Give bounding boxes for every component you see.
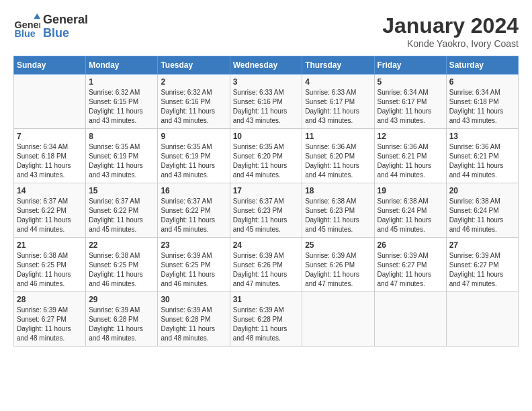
header-cell-thursday: Thursday	[302, 56, 374, 75]
calendar-cell: 11Sunrise: 6:36 AMSunset: 6:20 PMDayligh…	[302, 129, 374, 183]
day-info: Sunrise: 6:37 AMSunset: 6:22 PMDaylight:…	[89, 197, 154, 234]
svg-marker-2	[34, 13, 40, 19]
month-title: January 2024	[382, 13, 519, 38]
day-number: 11	[305, 132, 371, 141]
calendar-body: 1Sunrise: 6:32 AMSunset: 6:15 PMDaylight…	[14, 75, 519, 347]
day-info: Sunrise: 6:39 AMSunset: 6:28 PMDaylight:…	[233, 306, 300, 343]
day-info: Sunrise: 6:39 AMSunset: 6:28 PMDaylight:…	[161, 306, 226, 343]
day-number: 26	[378, 240, 443, 250]
day-number: 6	[449, 77, 515, 87]
calendar-cell: 10Sunrise: 6:35 AMSunset: 6:20 PMDayligh…	[230, 129, 302, 183]
day-info: Sunrise: 6:38 AMSunset: 6:23 PMDaylight:…	[305, 197, 371, 234]
day-number: 27	[449, 240, 515, 250]
day-number: 9	[161, 132, 226, 141]
day-info: Sunrise: 6:33 AMSunset: 6:16 PMDaylight:…	[233, 88, 300, 126]
day-number: 12	[378, 132, 443, 141]
day-info: Sunrise: 6:39 AMSunset: 6:27 PMDaylight:…	[449, 251, 515, 289]
day-number: 15	[89, 186, 154, 195]
calendar-cell: 17Sunrise: 6:37 AMSunset: 6:23 PMDayligh…	[230, 183, 302, 238]
calendar-cell: 18Sunrise: 6:38 AMSunset: 6:23 PMDayligh…	[302, 183, 374, 238]
day-info: Sunrise: 6:38 AMSunset: 6:24 PMDaylight:…	[378, 197, 443, 234]
svg-text:Blue: Blue	[15, 28, 36, 39]
calendar-cell: 23Sunrise: 6:39 AMSunset: 6:25 PMDayligh…	[158, 238, 230, 292]
calendar-cell: 6Sunrise: 6:34 AMSunset: 6:18 PMDaylight…	[446, 75, 518, 129]
header-cell-monday: Monday	[86, 56, 158, 75]
day-info: Sunrise: 6:34 AMSunset: 6:17 PMDaylight:…	[378, 88, 443, 126]
day-number: 14	[17, 186, 83, 195]
day-info: Sunrise: 6:36 AMSunset: 6:21 PMDaylight:…	[378, 142, 443, 180]
day-number: 17	[233, 186, 300, 195]
calendar-cell: 29Sunrise: 6:39 AMSunset: 6:28 PMDayligh…	[86, 292, 158, 347]
calendar-week-5: 28Sunrise: 6:39 AMSunset: 6:27 PMDayligh…	[14, 292, 519, 347]
calendar-cell: 27Sunrise: 6:39 AMSunset: 6:27 PMDayligh…	[446, 238, 518, 292]
day-number: 2	[161, 77, 226, 87]
calendar-cell: 8Sunrise: 6:35 AMSunset: 6:19 PMDaylight…	[86, 129, 158, 183]
day-info: Sunrise: 6:35 AMSunset: 6:19 PMDaylight:…	[161, 142, 226, 180]
calendar-cell: 20Sunrise: 6:38 AMSunset: 6:24 PMDayligh…	[446, 183, 518, 238]
day-info: Sunrise: 6:32 AMSunset: 6:15 PMDaylight:…	[89, 88, 154, 126]
calendar-table: SundayMondayTuesdayWednesdayThursdayFrid…	[13, 56, 519, 347]
calendar-cell: 24Sunrise: 6:39 AMSunset: 6:26 PMDayligh…	[230, 238, 302, 292]
logo-line1: General	[43, 13, 88, 27]
day-number: 13	[449, 132, 515, 141]
calendar-cell	[374, 292, 446, 347]
day-info: Sunrise: 6:39 AMSunset: 6:25 PMDaylight:…	[161, 251, 226, 289]
title-block: January 2024 Konde Yaokro, Ivory Coast	[382, 13, 519, 49]
calendar-cell: 9Sunrise: 6:35 AMSunset: 6:19 PMDaylight…	[158, 129, 230, 183]
day-info: Sunrise: 6:37 AMSunset: 6:22 PMDaylight:…	[17, 197, 83, 234]
calendar-cell: 25Sunrise: 6:39 AMSunset: 6:26 PMDayligh…	[302, 238, 374, 292]
day-number: 22	[89, 240, 154, 250]
day-info: Sunrise: 6:35 AMSunset: 6:20 PMDaylight:…	[233, 142, 300, 180]
day-number: 21	[17, 240, 83, 250]
calendar-cell: 3Sunrise: 6:33 AMSunset: 6:16 PMDaylight…	[230, 75, 302, 129]
day-number: 20	[449, 186, 515, 195]
day-number: 29	[89, 295, 154, 304]
day-info: Sunrise: 6:39 AMSunset: 6:26 PMDaylight:…	[233, 251, 300, 289]
day-info: Sunrise: 6:34 AMSunset: 6:18 PMDaylight:…	[449, 88, 515, 126]
day-info: Sunrise: 6:38 AMSunset: 6:25 PMDaylight:…	[89, 251, 154, 289]
logo-line2: Blue	[43, 27, 88, 40]
day-info: Sunrise: 6:36 AMSunset: 6:20 PMDaylight:…	[305, 142, 371, 180]
day-number: 19	[378, 186, 443, 195]
calendar-cell	[446, 292, 518, 347]
calendar-cell: 13Sunrise: 6:36 AMSunset: 6:21 PMDayligh…	[446, 129, 518, 183]
calendar-cell: 14Sunrise: 6:37 AMSunset: 6:22 PMDayligh…	[14, 183, 86, 238]
calendar-week-2: 7Sunrise: 6:34 AMSunset: 6:18 PMDaylight…	[14, 129, 519, 183]
day-info: Sunrise: 6:39 AMSunset: 6:27 PMDaylight:…	[17, 306, 83, 343]
day-info: Sunrise: 6:38 AMSunset: 6:24 PMDaylight:…	[449, 197, 515, 234]
day-info: Sunrise: 6:34 AMSunset: 6:18 PMDaylight:…	[17, 142, 83, 180]
logo-icon: General Blue	[13, 13, 40, 40]
calendar-cell: 16Sunrise: 6:37 AMSunset: 6:22 PMDayligh…	[158, 183, 230, 238]
day-info: Sunrise: 6:39 AMSunset: 6:28 PMDaylight:…	[89, 306, 154, 343]
logo-text: General Blue	[43, 13, 88, 40]
calendar-cell: 15Sunrise: 6:37 AMSunset: 6:22 PMDayligh…	[86, 183, 158, 238]
calendar-cell: 7Sunrise: 6:34 AMSunset: 6:18 PMDaylight…	[14, 129, 86, 183]
day-info: Sunrise: 6:39 AMSunset: 6:27 PMDaylight:…	[378, 251, 443, 289]
calendar-cell: 28Sunrise: 6:39 AMSunset: 6:27 PMDayligh…	[14, 292, 86, 347]
calendar-week-4: 21Sunrise: 6:38 AMSunset: 6:25 PMDayligh…	[14, 238, 519, 292]
calendar-cell: 26Sunrise: 6:39 AMSunset: 6:27 PMDayligh…	[374, 238, 446, 292]
calendar-cell: 19Sunrise: 6:38 AMSunset: 6:24 PMDayligh…	[374, 183, 446, 238]
day-number: 1	[89, 77, 154, 87]
page-header: General Blue General Blue January 2024 K…	[13, 13, 519, 49]
day-number: 4	[305, 77, 371, 87]
logo: General Blue General Blue	[13, 13, 88, 40]
day-number: 16	[161, 186, 226, 195]
day-info: Sunrise: 6:39 AMSunset: 6:26 PMDaylight:…	[305, 251, 371, 289]
calendar-cell: 31Sunrise: 6:39 AMSunset: 6:28 PMDayligh…	[230, 292, 302, 347]
calendar-cell: 30Sunrise: 6:39 AMSunset: 6:28 PMDayligh…	[158, 292, 230, 347]
header-cell-wednesday: Wednesday	[230, 56, 302, 75]
day-number: 25	[305, 240, 371, 250]
calendar-cell	[302, 292, 374, 347]
day-number: 8	[89, 132, 154, 141]
header-cell-sunday: Sunday	[14, 56, 86, 75]
calendar-header: SundayMondayTuesdayWednesdayThursdayFrid…	[14, 56, 519, 75]
day-info: Sunrise: 6:33 AMSunset: 6:17 PMDaylight:…	[305, 88, 371, 126]
day-info: Sunrise: 6:36 AMSunset: 6:21 PMDaylight:…	[449, 142, 515, 180]
day-info: Sunrise: 6:37 AMSunset: 6:23 PMDaylight:…	[233, 197, 300, 234]
day-number: 24	[233, 240, 300, 250]
day-info: Sunrise: 6:35 AMSunset: 6:19 PMDaylight:…	[89, 142, 154, 180]
day-number: 10	[233, 132, 300, 141]
calendar-cell: 4Sunrise: 6:33 AMSunset: 6:17 PMDaylight…	[302, 75, 374, 129]
day-number: 5	[378, 77, 443, 87]
